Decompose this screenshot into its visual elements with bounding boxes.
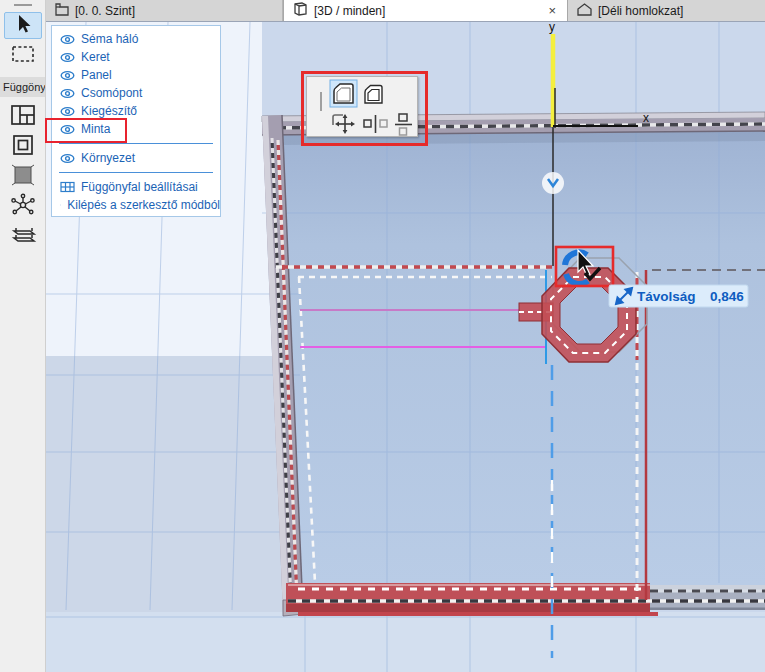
menu-separator xyxy=(59,143,213,144)
frame-tool-button[interactable] xyxy=(4,133,42,160)
menu-item-fuggonyfal-beallitasai[interactable]: Függönyfal beállításai xyxy=(52,178,220,196)
junction-icon xyxy=(10,193,36,221)
panel-scheme-b-button[interactable] xyxy=(365,86,382,104)
marquee-tool-button[interactable] xyxy=(4,42,42,69)
eye-icon xyxy=(60,52,75,63)
tab-label: [0. 0. Szint] xyxy=(75,4,135,18)
junction-tool-button[interactable] xyxy=(4,193,42,220)
eye-icon xyxy=(60,34,75,45)
panel-icon xyxy=(11,164,35,190)
ground-band xyxy=(46,612,765,672)
tooltip-value: 0,846 xyxy=(710,289,744,304)
frame-icon xyxy=(11,133,35,161)
menu-item-keret[interactable]: Keret xyxy=(52,48,220,66)
menu-item-minta[interactable]: Minta xyxy=(52,120,220,138)
pet-palette xyxy=(306,76,418,137)
menu-item-panel[interactable]: Panel xyxy=(52,66,220,84)
panel-tool-button[interactable] xyxy=(4,163,42,190)
tab-close-button[interactable]: × xyxy=(545,4,559,17)
elevation-icon xyxy=(576,2,593,20)
scheme-grid-tool-button[interactable] xyxy=(4,103,42,130)
y-axis-label: y xyxy=(549,22,555,34)
distance-tooltip: Távolság 0,846 xyxy=(609,285,748,307)
tab-label: [Déli homlokzat] xyxy=(598,4,683,18)
accessory-tool-button[interactable] xyxy=(4,223,42,250)
accessory-icon xyxy=(9,223,37,251)
toolbox-group-label: Függöny xyxy=(0,77,45,97)
outside-zone-lower xyxy=(46,356,285,612)
panel-scheme-a-button[interactable] xyxy=(330,80,357,107)
arrow-tool-button[interactable] xyxy=(4,12,42,39)
x-axis-label: x xyxy=(643,111,649,125)
tab-bar: [0. 0. Szint] [3D / minden] × [Déli homl… xyxy=(46,0,765,22)
curtain-wall-interior xyxy=(281,131,765,585)
menu-separator xyxy=(59,172,213,173)
scheme-grid-icon xyxy=(10,104,36,130)
tab-label: [3D / minden] xyxy=(314,4,385,18)
eye-icon xyxy=(60,106,75,117)
tab-elevation[interactable]: [Déli homlokzat] xyxy=(568,0,765,21)
eye-icon xyxy=(60,124,75,135)
menu-item-csomopont[interactable]: Csomópont xyxy=(52,84,220,102)
curtain-wall-context-menu: Séma háló Keret Panel Csomópont Kiegészí… xyxy=(51,25,221,217)
exit-door-icon xyxy=(60,199,61,211)
menu-item-kilepes[interactable]: Kilépés a szerkesztő módból xyxy=(52,196,220,214)
marquee-icon xyxy=(11,44,35,68)
toolbox-grip[interactable] xyxy=(14,4,32,6)
eye-icon xyxy=(60,88,75,99)
menu-item-kornyezet[interactable]: Környezet xyxy=(52,149,220,167)
story-icon xyxy=(54,2,70,20)
mirror-offset-button[interactable] xyxy=(364,115,387,133)
menu-item-kiegeszito[interactable]: Kiegészítő xyxy=(52,102,220,120)
menu-item-sema-halo[interactable]: Séma háló xyxy=(52,30,220,48)
move-pattern-button[interactable] xyxy=(333,114,355,134)
tooltip-label: Távolság xyxy=(637,289,696,304)
settings-grid-icon xyxy=(60,181,75,193)
eye-icon xyxy=(60,153,75,164)
cube-3d-icon xyxy=(292,1,309,20)
toolbox: Függöny xyxy=(0,0,46,672)
tab-floor-plan[interactable]: [0. 0. Szint] xyxy=(46,0,283,21)
pan-indicator[interactable] xyxy=(542,172,564,194)
tab-3d-view[interactable]: [3D / minden] × xyxy=(283,0,568,21)
arrow-icon xyxy=(12,13,34,39)
distribute-button[interactable] xyxy=(395,114,412,135)
eye-icon xyxy=(60,70,75,81)
